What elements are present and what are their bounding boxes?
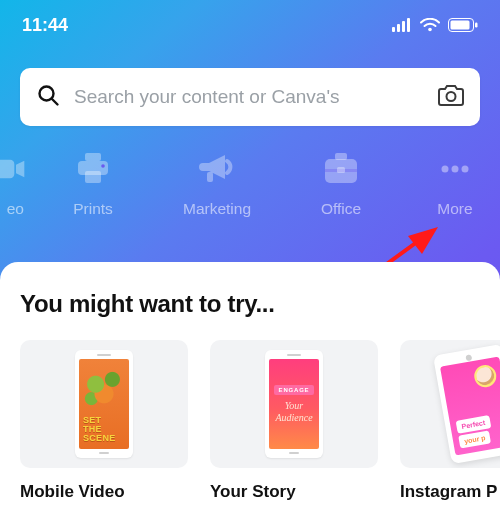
svg-rect-14 (85, 171, 101, 183)
category-marketing[interactable]: Marketing (162, 152, 272, 218)
category-label: Prints (73, 200, 113, 218)
category-row: eo Prints Marketing Office More (0, 152, 500, 218)
svg-rect-12 (85, 153, 101, 161)
preview-text: Your (285, 400, 304, 411)
cellular-icon (392, 18, 412, 32)
status-time: 11:44 (22, 15, 68, 36)
svg-point-22 (452, 166, 459, 173)
wifi-icon (420, 18, 440, 32)
status-bar: 11:44 (0, 0, 500, 50)
category-label: Marketing (183, 200, 251, 218)
more-icon (437, 152, 473, 186)
svg-rect-11 (0, 160, 14, 178)
phone-mockup: SET THE SCENE (75, 350, 133, 458)
search-icon (36, 83, 60, 111)
search-input[interactable] (74, 86, 424, 108)
camera-icon[interactable] (438, 84, 464, 110)
svg-rect-1 (397, 24, 400, 32)
status-indicators (392, 18, 478, 32)
svg-rect-20 (337, 167, 345, 173)
search-bar[interactable] (20, 68, 480, 126)
preview-tag: ENGAGE (274, 385, 315, 395)
suggestions-sheet: You might want to try... SET THE SCENE (0, 262, 500, 524)
svg-rect-16 (207, 172, 213, 182)
card-label: Instagram P (400, 482, 500, 502)
card-your-story[interactable]: ENGAGE Your Audience Your Story (210, 340, 378, 502)
megaphone-icon (199, 152, 235, 186)
section-title: You might want to try... (20, 290, 500, 318)
phone-mockup: Perfect your p (433, 344, 500, 464)
app-screen: 11:44 (0, 0, 500, 524)
briefcase-icon (323, 152, 359, 186)
svg-line-9 (52, 99, 58, 105)
svg-point-10 (447, 92, 456, 101)
card-label: Mobile Video (20, 482, 188, 502)
svg-point-4 (428, 28, 432, 32)
card-thumbnail: SET THE SCENE (20, 340, 188, 468)
category-video-partial[interactable]: eo (0, 152, 24, 218)
svg-point-15 (101, 164, 105, 168)
category-prints[interactable]: Prints (38, 152, 148, 218)
category-office[interactable]: Office (286, 152, 396, 218)
svg-point-23 (462, 166, 469, 173)
phone-mockup: ENGAGE Your Audience (265, 350, 323, 458)
card-thumbnail: ENGAGE Your Audience (210, 340, 378, 468)
svg-rect-0 (392, 27, 395, 32)
svg-point-21 (442, 166, 449, 173)
preview-text: SCENE (83, 433, 116, 443)
svg-rect-6 (451, 21, 470, 30)
svg-rect-17 (335, 153, 347, 160)
svg-rect-7 (475, 23, 478, 28)
svg-rect-3 (407, 18, 410, 32)
printer-icon (76, 152, 110, 186)
avatar-icon (473, 363, 498, 388)
svg-marker-24 (408, 227, 438, 254)
template-cards[interactable]: SET THE SCENE Mobile Video ENGAGE (20, 340, 500, 502)
battery-icon (448, 18, 478, 32)
category-label: eo (7, 200, 24, 218)
category-more[interactable]: More (410, 152, 500, 218)
card-thumbnail: Perfect your p (400, 340, 500, 468)
category-label: More (437, 200, 472, 218)
card-instagram-post[interactable]: Perfect your p Instagram P (400, 340, 500, 502)
category-label: Office (321, 200, 361, 218)
card-label: Your Story (210, 482, 378, 502)
video-icon (0, 152, 26, 186)
svg-rect-2 (402, 21, 405, 32)
preview-text: Audience (275, 412, 312, 423)
search-container (0, 68, 500, 126)
preview-text: your p (458, 430, 491, 448)
card-mobile-video[interactable]: SET THE SCENE Mobile Video (20, 340, 188, 502)
